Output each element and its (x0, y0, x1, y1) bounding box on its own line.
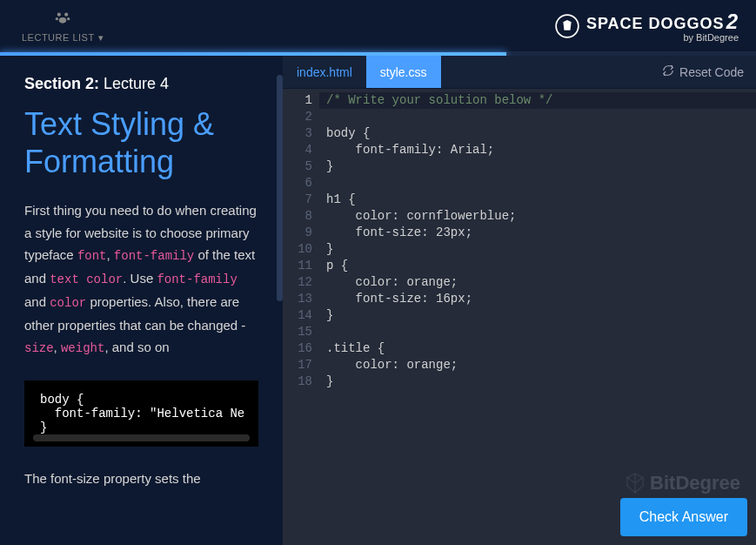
main-content: Section 2: Lecture 4 Text Styling & Form… (0, 56, 756, 545)
svg-point-2 (56, 17, 58, 20)
code-line[interactable]: body { (326, 125, 749, 142)
reset-label: Reset Code (679, 65, 744, 79)
code-line[interactable]: .title { (326, 340, 749, 357)
code-line[interactable]: } (326, 307, 749, 324)
keyword-font-size: font-size (50, 471, 100, 486)
paw-icon (54, 9, 71, 30)
line-gutter: 123456789101112131415161718 (283, 89, 319, 545)
lecture-list-label: LECTURE LIST (22, 32, 95, 43)
code-line[interactable]: p { (326, 258, 749, 274)
code-editor-pane: index.htmlstyle.css Reset Code 123456789… (283, 56, 756, 545)
code-line[interactable]: } (326, 241, 749, 258)
svg-point-4 (59, 17, 66, 24)
svg-point-1 (64, 12, 68, 16)
code-line[interactable] (326, 109, 749, 125)
code-line[interactable]: h1 { (326, 192, 749, 208)
lesson-paragraph-1: First thing you need to do when creating… (24, 199, 258, 360)
code-line[interactable] (326, 324, 749, 340)
code-line[interactable]: } (326, 158, 749, 175)
brand-title: SPACE DOGGOS (586, 15, 725, 33)
code-line[interactable]: font-size: 16px; (326, 291, 749, 307)
tab-style-css[interactable]: style.css (366, 56, 441, 88)
lesson-sidebar: Section 2: Lecture 4 Text Styling & Form… (0, 56, 283, 545)
editor-tabs: index.htmlstyle.css (283, 56, 441, 88)
code-line[interactable]: /* Write your solution below */ (319, 92, 756, 109)
svg-point-0 (57, 12, 61, 16)
reset-icon (662, 64, 674, 79)
code-line[interactable]: color: orange; (326, 274, 749, 291)
svg-point-3 (67, 17, 70, 20)
code-line[interactable]: } (326, 373, 749, 390)
lecture-number: Lecture 4 (99, 75, 169, 92)
lesson-title: Text Styling & Formatting (24, 105, 258, 180)
section-number: Section 2: (24, 75, 99, 92)
code-line[interactable] (326, 175, 749, 192)
tab-index-html[interactable]: index.html (283, 56, 366, 88)
lecture-list-button[interactable]: LECTURE LIST ▾ (22, 9, 104, 44)
lesson-paragraph-2: The font-size property sets the (24, 468, 258, 490)
code-body[interactable]: /* Write your solution below */ body { f… (319, 89, 756, 545)
code-sample-block: body { font-family: "Helvetica Ne } (24, 380, 258, 447)
editor-tab-bar: index.htmlstyle.css Reset Code (283, 56, 756, 89)
reset-code-button[interactable]: Reset Code (650, 56, 756, 88)
section-label: Section 2: Lecture 4 (24, 75, 258, 93)
code-line[interactable]: font-family: Arial; (326, 142, 749, 158)
doggo-icon (555, 14, 579, 38)
app-header: LECTURE LIST ▾ SPACE DOGGOS 2 by BitDegr… (0, 0, 756, 52)
sidebar-scrollbar[interactable] (277, 75, 283, 301)
code-line[interactable]: color: cornflowerblue; (326, 208, 749, 225)
chevron-down-icon: ▾ (98, 32, 104, 44)
brand-version: 2 (726, 10, 739, 34)
check-answer-button[interactable]: Check Answer (620, 498, 747, 536)
code-line[interactable]: font-size: 23px; (326, 225, 749, 241)
brand-subtitle: by BitDegree (683, 32, 739, 43)
code-line[interactable]: color: orange; (326, 357, 749, 373)
brand-logo: SPACE DOGGOS 2 by BitDegree (555, 10, 739, 43)
code-editor[interactable]: 123456789101112131415161718 /* Write you… (283, 89, 756, 545)
